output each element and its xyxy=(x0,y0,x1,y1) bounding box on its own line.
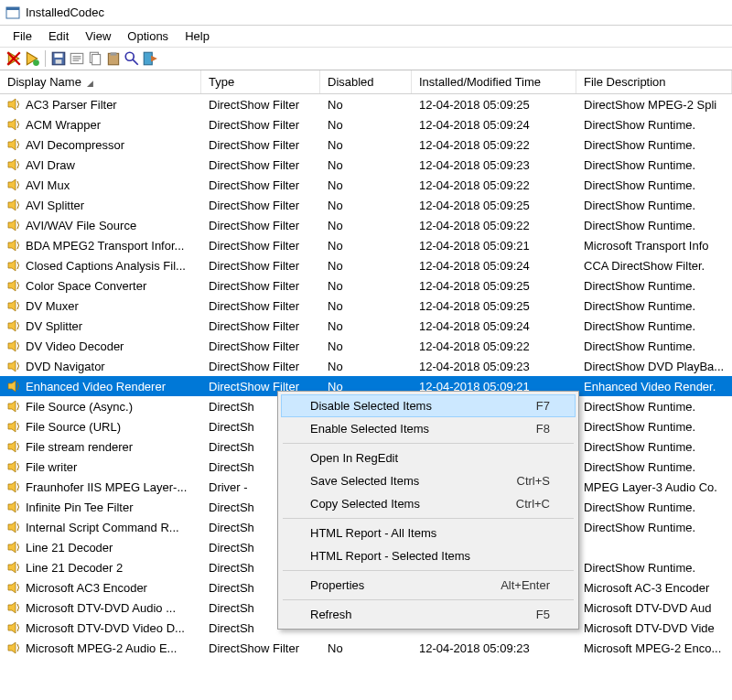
context-menu-item[interactable]: Save Selected ItemsCtrl+S xyxy=(281,469,576,492)
table-row[interactable]: AVI/WAV File SourceDirectShow FilterNo12… xyxy=(0,215,732,235)
enable-icon[interactable] xyxy=(24,50,40,67)
row-name: File Source (URL) xyxy=(26,420,121,434)
context-menu-item[interactable]: Open In RegEdit xyxy=(281,447,576,469)
row-desc: Microsoft AC-3 Encoder xyxy=(576,581,732,595)
table-row[interactable]: ACM WrapperDirectShow FilterNo12-04-2018… xyxy=(0,114,732,135)
row-time: 12-04-2018 05:09:24 xyxy=(412,259,576,273)
row-desc: Microsoft Transport Info xyxy=(576,239,732,253)
svg-marker-40 xyxy=(8,461,16,472)
row-desc: Enhanced Video Render. xyxy=(576,380,732,393)
row-name: Line 21 Decoder 2 xyxy=(26,561,123,575)
col-desc[interactable]: File Description xyxy=(576,70,732,93)
row-type: DirectShow Filter xyxy=(201,279,320,293)
speaker-icon xyxy=(7,380,22,393)
row-name: ACM Wrapper xyxy=(26,118,101,132)
row-name: Line 21 Decoder xyxy=(26,541,113,555)
menu-options[interactable]: Options xyxy=(120,27,176,45)
table-row[interactable]: DV MuxerDirectShow FilterNo12-04-2018 05… xyxy=(0,296,732,316)
menu-item-shortcut: Ctrl+C xyxy=(516,497,550,511)
col-type[interactable]: Type xyxy=(201,70,320,93)
row-disabled: No xyxy=(320,138,412,152)
svg-marker-49 xyxy=(8,642,16,653)
window-title: InstalledCodec xyxy=(26,5,104,19)
table-row[interactable]: Color Space ConverterDirectShow FilterNo… xyxy=(0,275,732,296)
paste-icon[interactable] xyxy=(105,50,122,67)
svg-marker-39 xyxy=(8,441,16,452)
table-row[interactable]: BDA MPEG2 Transport Infor...DirectShow F… xyxy=(0,235,732,255)
svg-marker-24 xyxy=(8,139,16,150)
speaker-icon xyxy=(7,400,22,413)
table-row[interactable]: AVI DrawDirectShow FilterNo12-04-2018 05… xyxy=(0,155,732,175)
table-row[interactable]: AVI DecompressorDirectShow FilterNo12-04… xyxy=(0,135,732,155)
table-row[interactable]: DV Video DecoderDirectShow FilterNo12-04… xyxy=(0,336,732,356)
menu-item-label: Properties xyxy=(310,578,364,592)
row-type: DirectShow Filter xyxy=(201,118,320,132)
speaker-icon xyxy=(7,118,22,131)
row-disabled: No xyxy=(320,219,412,232)
svg-marker-28 xyxy=(8,220,16,231)
row-disabled: No xyxy=(320,319,412,333)
properties-icon[interactable] xyxy=(69,50,85,67)
row-desc: DirectShow Runtime. xyxy=(576,219,732,232)
speaker-icon xyxy=(7,601,22,614)
row-time: 12-04-2018 05:09:22 xyxy=(412,138,576,152)
copy-icon[interactable] xyxy=(87,50,103,67)
svg-line-19 xyxy=(133,59,138,65)
row-disabled: No xyxy=(320,259,412,273)
menu-view[interactable]: View xyxy=(78,27,118,45)
context-menu-item[interactable]: RefreshF5 xyxy=(281,603,576,626)
svg-rect-9 xyxy=(56,59,62,64)
table-row[interactable]: AVI MuxDirectShow FilterNo12-04-2018 05:… xyxy=(0,175,732,195)
speaker-icon xyxy=(7,158,22,171)
speaker-icon xyxy=(7,319,22,332)
menu-edit[interactable]: Edit xyxy=(41,27,76,45)
menu-help[interactable]: Help xyxy=(178,27,217,45)
col-display-name[interactable]: Display Name◢ xyxy=(0,70,201,93)
context-menu-item[interactable]: Disable Selected ItemsF7 xyxy=(281,394,576,417)
speaker-icon xyxy=(7,178,22,191)
table-row[interactable]: AC3 Parser FilterDirectShow FilterNo12-0… xyxy=(0,94,732,114)
table-row[interactable]: Microsoft MPEG-2 Audio E...DirectShow Fi… xyxy=(0,638,732,658)
row-disabled: No xyxy=(320,239,412,253)
speaker-icon xyxy=(7,219,22,232)
menu-item-shortcut: F8 xyxy=(536,422,550,436)
context-menu-item[interactable]: Copy Selected ItemsCtrl+C xyxy=(281,492,576,515)
save-icon[interactable] xyxy=(50,50,67,67)
table-row[interactable]: DVD NavigatorDirectShow FilterNo12-04-20… xyxy=(0,356,732,376)
menu-separator xyxy=(283,599,574,600)
col-disabled[interactable]: Disabled xyxy=(320,70,412,93)
row-name: Microsoft DTV-DVD Video D... xyxy=(26,621,185,635)
context-menu-item[interactable]: HTML Report - Selected Items xyxy=(281,544,576,567)
table-row[interactable]: DV SplitterDirectShow FilterNo12-04-2018… xyxy=(0,316,732,336)
context-menu-item[interactable]: Enable Selected ItemsF8 xyxy=(281,417,576,440)
toolbar xyxy=(0,47,732,70)
row-type: DirectShow Filter xyxy=(201,98,320,112)
exit-icon[interactable] xyxy=(142,50,158,67)
row-type: DirectShow Filter xyxy=(201,138,320,152)
disable-icon[interactable] xyxy=(5,50,22,67)
table-row[interactable]: Closed Captions Analysis Fil...DirectSho… xyxy=(0,255,732,275)
row-name: Internal Script Command R... xyxy=(26,521,179,534)
sort-asc-icon: ◢ xyxy=(87,79,93,88)
menu-file[interactable]: File xyxy=(5,27,39,45)
row-name: BDA MPEG2 Transport Infor... xyxy=(26,239,184,253)
row-type: DirectShow Filter xyxy=(201,319,320,333)
row-desc: DirectShow Runtime. xyxy=(576,118,732,132)
find-icon[interactable] xyxy=(124,50,140,67)
svg-rect-1 xyxy=(6,7,19,10)
speaker-icon xyxy=(7,541,22,554)
table-row[interactable]: AVI SplitterDirectShow FilterNo12-04-201… xyxy=(0,195,732,215)
row-type: DirectShow Filter xyxy=(201,360,320,373)
svg-marker-43 xyxy=(8,522,16,533)
col-time[interactable]: Installed/Modified Time xyxy=(412,70,576,93)
row-name: Microsoft MPEG-2 Audio E... xyxy=(26,641,177,655)
row-name: DVD Navigator xyxy=(26,360,105,373)
row-desc: DirectShow Runtime. xyxy=(576,199,732,212)
row-disabled: No xyxy=(320,279,412,293)
row-name: File Source (Async.) xyxy=(26,400,133,414)
row-name: AVI/WAV File Source xyxy=(26,219,136,232)
row-time: 12-04-2018 05:09:25 xyxy=(412,199,576,212)
context-menu-item[interactable]: HTML Report - All Items xyxy=(281,522,576,544)
context-menu-item[interactable]: PropertiesAlt+Enter xyxy=(281,574,576,597)
row-time: 12-04-2018 05:09:22 xyxy=(412,178,576,192)
